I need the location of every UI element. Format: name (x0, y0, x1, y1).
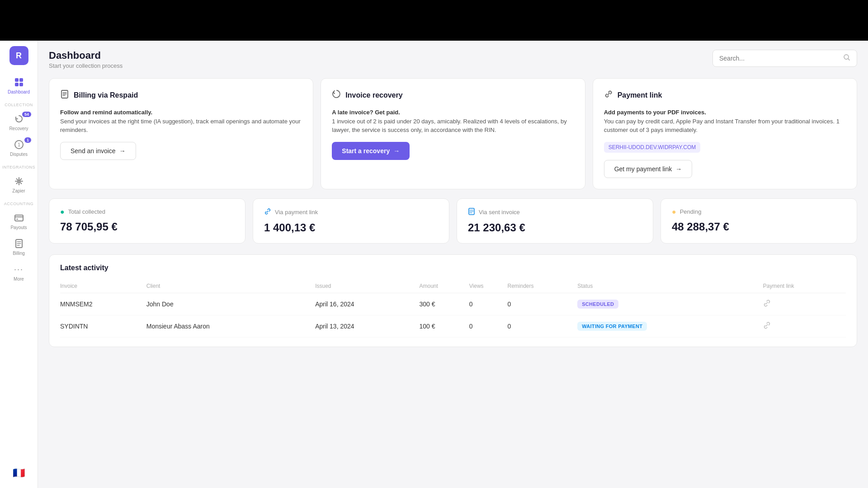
issued-date: April 13, 2024 (315, 315, 419, 337)
activity-table-header-row: Invoice Client Issued Amount Views Remin… (60, 279, 846, 293)
svg-rect-2 (15, 83, 19, 86)
reminders: 0 (508, 315, 578, 337)
billing-card-header: Billing via Respaid (60, 89, 302, 101)
total-collected-value: 78 705,95 € (60, 221, 234, 233)
activity-table: Invoice Client Issued Amount Views Remin… (60, 279, 846, 338)
table-row: MNMSEM2 John Doe April 16, 2024 300 € 0 … (60, 293, 846, 315)
views: 0 (469, 293, 508, 315)
status: WAITING FOR PAYMENT (577, 315, 763, 337)
stat-sent-invoice-header: Via sent invoice (468, 208, 642, 217)
search-input[interactable] (719, 55, 840, 62)
stat-via-sent-invoice: Via sent invoice 21 230,63 € (457, 198, 653, 244)
activity-title: Latest activity (60, 264, 846, 272)
search-bar[interactable] (712, 50, 857, 67)
payment-link-url: SERHII-UDOD.DEV.WIDRPAY.COM (604, 142, 701, 153)
svg-rect-6 (15, 215, 23, 221)
sidebar-item-more[interactable]: ··· More (0, 259, 38, 285)
billing-card-title: Billing via Respaid (74, 91, 138, 99)
views: 0 (469, 315, 508, 337)
billing-card-description: Follow and remind automatically. Send yo… (60, 108, 302, 135)
content-header: Dashboard Start your collection process (49, 50, 857, 69)
sidebar-item-billing[interactable]: Billing (0, 234, 38, 259)
col-client: Client (146, 279, 315, 293)
sidebar-section-integrations: INTEGRATIONS (0, 165, 38, 169)
stat-via-payment-link: Via payment link 1 400,13 € (253, 198, 449, 244)
col-invoice: Invoice (60, 279, 146, 293)
language-flag[interactable]: 🇫🇷 (13, 467, 25, 479)
sidebar-item-zapier[interactable]: Zapier (0, 171, 38, 197)
total-collected-label: Total collected (68, 208, 105, 215)
search-icon (843, 54, 850, 63)
col-payment-link: Payment link (763, 279, 846, 293)
main-content: Dashboard Start your collection process (38, 41, 868, 488)
recovery-card-header: Invoice recovery (332, 89, 574, 101)
cards-row: Billing via Respaid Follow and remind au… (49, 78, 857, 189)
sidebar-item-payouts[interactable]: Payouts (0, 208, 38, 234)
client-name: Monsieur Abass Aaron (146, 315, 315, 337)
sent-invoice-stat-value: 21 230,63 € (468, 221, 642, 234)
payment-link-icon[interactable] (763, 323, 770, 330)
recovery-card: Invoice recovery A late invoice? Get pai… (321, 78, 585, 189)
send-invoice-button[interactable]: Send an invoice → (60, 142, 136, 160)
payment-link-card-header: Payment link (604, 89, 846, 101)
sent-invoice-icon (468, 208, 475, 217)
payment-link-icon[interactable] (763, 300, 770, 308)
sidebar-item-dashboard-label: Dashboard (8, 89, 30, 94)
col-views: Views (469, 279, 508, 293)
svg-rect-3 (19, 83, 23, 86)
svg-rect-1 (19, 78, 23, 82)
recovery-card-title: Invoice recovery (345, 91, 402, 99)
page-title-group: Dashboard Start your collection process (49, 50, 123, 69)
status: SCHEDULED (577, 293, 763, 315)
sidebar-item-disputes-label: Disputes (10, 152, 28, 157)
sidebar-item-recovery-label: Recovery (9, 126, 28, 131)
total-collected-icon: ● (60, 208, 65, 216)
col-amount: Amount (420, 279, 469, 293)
col-issued: Issued (315, 279, 419, 293)
sidebar-section-accounting: ACCOUNTING (0, 202, 38, 206)
svg-rect-0 (15, 78, 19, 82)
billing-card-icon (60, 89, 69, 101)
arrow-right-icon: → (393, 147, 400, 155)
sidebar-section-collection: COLLECTION (0, 103, 38, 107)
payment-link-card-title: Payment link (618, 91, 662, 99)
start-recovery-button[interactable]: Start a recovery → (332, 142, 410, 160)
payment-link-cell[interactable] (763, 315, 846, 337)
payment-link-card-icon (604, 89, 613, 101)
sidebar-item-payouts-label: Payouts (10, 225, 27, 230)
sidebar-item-disputes[interactable]: 1 1 Disputes (0, 135, 38, 160)
recovery-card-icon (332, 89, 341, 101)
disputes-icon: 1 (13, 138, 25, 151)
stat-pending: ● Pending 48 288,37 € (660, 198, 857, 244)
more-icon: ··· (13, 263, 25, 276)
dashboard-icon (13, 76, 25, 89)
table-row: SYDINTN Monsieur Abass Aaron April 13, 2… (60, 315, 846, 337)
sidebar-item-dashboard[interactable]: Dashboard (0, 72, 38, 98)
sidebar-item-more-label: More (14, 277, 24, 282)
zapier-icon (13, 175, 25, 188)
status-badge: WAITING FOR PAYMENT (577, 322, 647, 331)
pending-icon: ● (672, 208, 676, 216)
payment-link-stat-value: 1 400,13 € (264, 221, 438, 234)
disputes-badge: 1 (24, 137, 31, 143)
stats-row: ● Total collected 78 705,95 € Via p (49, 198, 857, 244)
payouts-icon (13, 211, 25, 224)
pending-stat-label: Pending (680, 208, 702, 215)
payment-link-stat-icon (264, 208, 271, 217)
app-logo[interactable]: R (9, 46, 28, 65)
arrow-right-icon: → (675, 165, 682, 173)
billing-icon (13, 237, 25, 250)
payment-link-cell[interactable] (763, 293, 846, 315)
page-title: Dashboard (49, 50, 123, 61)
get-payment-link-button[interactable]: Get my payment link → (604, 160, 693, 178)
client-name: John Doe (146, 293, 315, 315)
svg-text:1: 1 (17, 142, 20, 147)
sidebar-item-billing-label: Billing (13, 251, 25, 256)
stat-total-collected-header: ● Total collected (60, 208, 234, 216)
billing-card: Billing via Respaid Follow and remind au… (49, 78, 313, 189)
recovery-card-description: A late invoice? Get paid. 1 invoice out … (332, 108, 574, 135)
reminders: 0 (508, 293, 578, 315)
sidebar: R Dashboard COLLECTION (0, 41, 38, 488)
issued-date: April 16, 2024 (315, 293, 419, 315)
sidebar-item-recovery[interactable]: 54 Recovery (0, 109, 38, 135)
